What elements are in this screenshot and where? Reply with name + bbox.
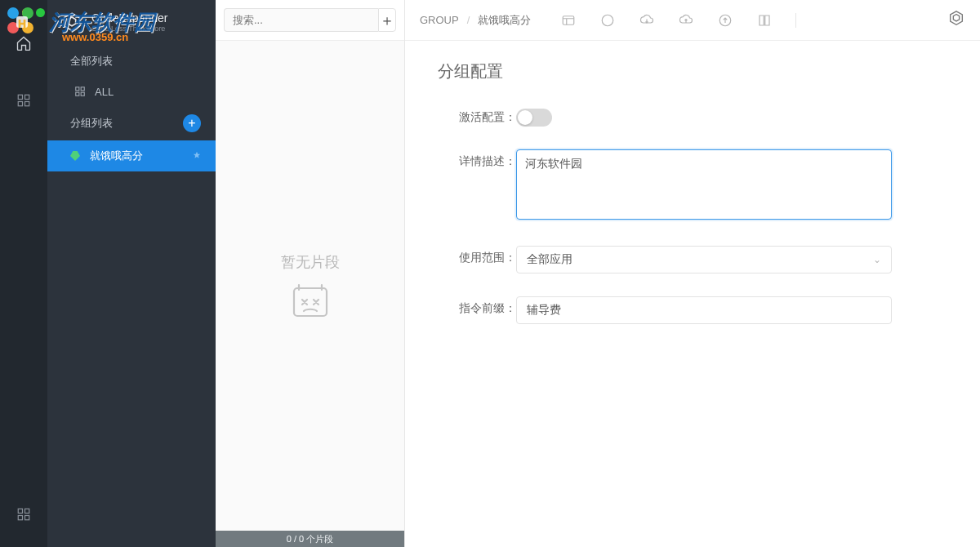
section-all-lists-title: 全部列表 bbox=[70, 54, 113, 69]
snippet-list-pane: ＋ 暂无片段 0 / 0 个片段 bbox=[216, 0, 405, 547]
topbar-divider bbox=[795, 13, 796, 28]
svg-rect-6 bbox=[18, 516, 22, 520]
sync-icon[interactable] bbox=[599, 12, 616, 29]
breadcrumb-root[interactable]: GROUP bbox=[420, 14, 459, 26]
empty-text: 暂无片段 bbox=[281, 252, 340, 272]
svg-rect-8 bbox=[76, 87, 79, 91]
close-window[interactable] bbox=[8, 8, 17, 17]
label-prefix: 指令前缀 bbox=[438, 296, 516, 316]
svg-rect-5 bbox=[25, 509, 29, 513]
upload-circle-icon[interactable] bbox=[717, 12, 733, 29]
topbar-actions bbox=[560, 12, 796, 29]
brand-subtitle: Code Less Think More bbox=[91, 25, 167, 33]
svg-point-14 bbox=[603, 15, 614, 26]
sidebar-item-group-0[interactable]: 就饿哦高分 bbox=[47, 140, 216, 171]
content: 分组配置 激活配置 详情描述 使用范围 全部应用 ⌄ 指令前缀 bbox=[405, 41, 980, 547]
sidebar-item-label: ALL bbox=[95, 86, 114, 98]
section-all-lists-header: 全部列表 bbox=[47, 46, 216, 77]
minimize-window[interactable] bbox=[22, 8, 31, 17]
label-desc: 详情描述 bbox=[438, 149, 516, 169]
breadcrumb: GROUP / 就饿哦高分 bbox=[420, 13, 531, 28]
list-footer: 0 / 0 个片段 bbox=[216, 531, 404, 547]
apps-grid-nav[interactable] bbox=[7, 84, 40, 117]
label-activate: 激活配置 bbox=[438, 105, 516, 125]
label-scope: 使用范围 bbox=[438, 246, 516, 265]
prefix-input[interactable] bbox=[516, 296, 892, 324]
svg-rect-0 bbox=[18, 95, 22, 99]
description-textarea[interactable] bbox=[516, 149, 892, 220]
breadcrumb-sep: / bbox=[467, 14, 470, 26]
empty-state: 暂无片段 bbox=[216, 41, 404, 531]
svg-rect-12 bbox=[294, 288, 327, 316]
breadcrumb-current[interactable]: 就饿哦高分 bbox=[478, 13, 531, 28]
icon-rail bbox=[0, 0, 47, 547]
menu-bottom-nav[interactable] bbox=[7, 498, 40, 531]
svg-rect-9 bbox=[81, 87, 84, 91]
grid-small-icon bbox=[74, 85, 87, 98]
svg-rect-3 bbox=[25, 102, 29, 106]
svg-rect-13 bbox=[564, 16, 575, 24]
main: GROUP / 就饿哦高分 分组配置 激活配置 详情描述 bbox=[405, 0, 980, 547]
window-controls[interactable] bbox=[8, 8, 45, 17]
section-group-lists-header: 分组列表 + bbox=[47, 106, 216, 140]
tag-icon bbox=[69, 149, 82, 162]
section-group-lists-title: 分组列表 bbox=[70, 116, 113, 131]
cloud-download-icon[interactable] bbox=[639, 12, 655, 29]
scope-select[interactable]: 全部应用 ⌄ bbox=[516, 246, 892, 274]
sidebar: CodeExpander Code Less Think More 全部列表 A… bbox=[47, 0, 216, 547]
empty-face-icon bbox=[291, 283, 330, 319]
app-logo-icon[interactable] bbox=[947, 10, 965, 31]
chevron-down-icon: ⌄ bbox=[873, 254, 881, 265]
brand-logo-icon bbox=[60, 11, 83, 34]
svg-rect-7 bbox=[25, 516, 29, 520]
page-title: 分组配置 bbox=[438, 60, 947, 82]
cloud-upload-icon[interactable] bbox=[678, 12, 694, 29]
svg-rect-4 bbox=[18, 509, 22, 513]
card-view-icon[interactable] bbox=[560, 12, 577, 29]
brand: CodeExpander Code Less Think More bbox=[47, 0, 216, 46]
svg-rect-1 bbox=[25, 95, 29, 99]
activate-toggle[interactable] bbox=[516, 109, 552, 127]
docs-icon[interactable] bbox=[756, 12, 773, 29]
maximize-window[interactable] bbox=[36, 8, 45, 17]
svg-rect-11 bbox=[81, 92, 84, 96]
brand-name: CodeExpander bbox=[91, 12, 167, 24]
topbar: GROUP / 就饿哦高分 bbox=[405, 0, 980, 41]
add-snippet-button[interactable]: ＋ bbox=[378, 8, 396, 32]
list-footer-text: 0 / 0 个片段 bbox=[287, 533, 333, 545]
home-nav[interactable] bbox=[7, 27, 40, 60]
sidebar-item-all[interactable]: ALL bbox=[47, 77, 216, 106]
svg-rect-2 bbox=[18, 102, 22, 106]
pin-icon bbox=[193, 151, 201, 161]
search-input[interactable] bbox=[224, 8, 378, 32]
add-group-button[interactable]: + bbox=[183, 114, 201, 132]
sidebar-item-label: 就饿哦高分 bbox=[90, 149, 143, 163]
scope-value: 全部应用 bbox=[527, 252, 572, 267]
svg-rect-10 bbox=[76, 92, 79, 96]
